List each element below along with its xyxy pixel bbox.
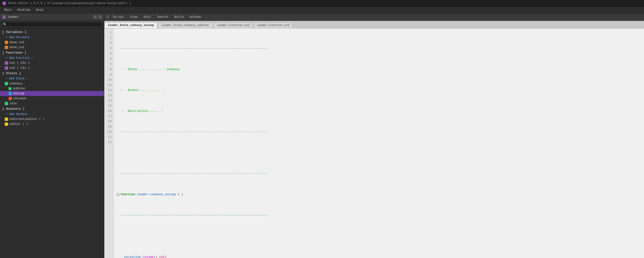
menu-desktop[interactable]: Desktop bbox=[15, 7, 33, 12]
tabs-bar: loader_State_coheavy_onLoop loader_State… bbox=[104, 21, 644, 28]
tab-co1[interactable]: loader_Function_co1 bbox=[254, 22, 293, 28]
code-line-11: coroutine.resume(t_co1) bbox=[116, 254, 641, 258]
coheavy-label: coheavy bbox=[10, 82, 22, 85]
idle-label: idle bbox=[10, 102, 17, 105]
title-bar: ShiVa Editor 1.9.2.0 [ D:\luacpp\libluae… bbox=[0, 0, 644, 7]
title-text: ShiVa Editor 1.9.2.0 [ D:\luacpp\libluae… bbox=[8, 2, 131, 5]
add-handler-button[interactable]: + Add Handler... bbox=[0, 112, 104, 116]
add-function-button[interactable]: + Add Function... bbox=[0, 56, 104, 60]
state-icon-coheavy bbox=[5, 82, 8, 85]
line-1: 1 bbox=[106, 30, 112, 36]
left-toolbar-title: loader bbox=[8, 15, 92, 19]
svg-point-0 bbox=[3, 16, 5, 18]
tree-item-co2[interactable]: co2 ( nIn ) bbox=[0, 66, 104, 70]
code-line-11-text: coroutine.resume(t_co1) bbox=[116, 254, 167, 258]
add-state-button[interactable]: + Add State... bbox=[0, 76, 104, 81]
menu-help[interactable]: Help bbox=[34, 7, 46, 12]
line-14: 14 bbox=[106, 98, 112, 103]
main-layout: loader — □ 🔍 [ Variables ] + Add Variabl… bbox=[0, 13, 644, 258]
code-line-8: − function loader.coheavy_onLoop ( ) bbox=[116, 192, 641, 197]
functions-section[interactable]: [ Functions ] bbox=[0, 50, 104, 56]
tree-item-onenter[interactable]: onEnter bbox=[0, 86, 104, 91]
line-19: 19 bbox=[106, 124, 112, 129]
line-16: 16 bbox=[106, 108, 112, 114]
line-20: 20 bbox=[106, 129, 112, 134]
menu-build[interactable]: Build bbox=[172, 14, 186, 20]
tree-panel: [ Variables ] + Add Variable... done_co1… bbox=[0, 28, 104, 258]
handlers-section[interactable]: [ Handlers ] bbox=[0, 106, 104, 112]
left-toolbar: loader — □ bbox=[0, 13, 104, 21]
line-15: 15 bbox=[106, 103, 112, 108]
line-22: 22 bbox=[106, 140, 112, 145]
handler-icon-oncoroutineinit bbox=[5, 118, 8, 121]
line-4: 4 bbox=[106, 46, 112, 51]
menu-main[interactable]: Main bbox=[2, 7, 14, 12]
tree-item-co1[interactable]: co1 ( nIn ) bbox=[0, 60, 104, 66]
line-18: 18 bbox=[106, 119, 112, 124]
line-12: 12 bbox=[106, 88, 112, 93]
left-toolbar-icon[interactable] bbox=[2, 15, 6, 19]
onenter-label: onEnter bbox=[13, 87, 26, 90]
tree-item-oninit[interactable]: onInit ( ) bbox=[0, 122, 104, 126]
line-17: 17 bbox=[106, 114, 112, 119]
left-toolbar-maximize[interactable]: □ bbox=[98, 15, 102, 19]
right-toolbar: Script View Edit Search Build Window bbox=[104, 13, 644, 21]
function-icon-co2 bbox=[5, 66, 8, 70]
menu-script[interactable]: Script bbox=[110, 14, 126, 20]
search-bar: 🔍 bbox=[0, 21, 104, 28]
variable-icon-done-co2 bbox=[5, 46, 8, 49]
menu-view[interactable]: View bbox=[128, 14, 140, 20]
line-2: 2 bbox=[106, 36, 112, 41]
line-6: 6 bbox=[106, 56, 112, 62]
variable-icon-done-co1 bbox=[5, 41, 8, 44]
search-input[interactable] bbox=[2, 22, 102, 27]
onleave-icon bbox=[8, 97, 12, 100]
function-icon-co1 bbox=[5, 61, 8, 65]
code-line-7-text: ----------------------------------------… bbox=[116, 171, 268, 176]
states-section[interactable]: [ States ] bbox=[0, 70, 104, 76]
tree-item-onleave[interactable]: onLeave bbox=[0, 96, 104, 101]
code-line-2-text: -- State............. : coheavy bbox=[116, 67, 180, 72]
onenter-icon bbox=[8, 87, 12, 90]
fold-btn-8[interactable]: − bbox=[116, 193, 120, 196]
menu-window[interactable]: Window bbox=[188, 14, 203, 20]
handler-icon-oninit bbox=[5, 122, 8, 126]
line-numbers: 1 2 3 4 5 6 7 8 9 10 11 12 13 14 15 16 1… bbox=[104, 28, 114, 258]
left-toolbar-minimize[interactable]: — bbox=[93, 15, 97, 19]
tree-item-coheavy[interactable]: coheavy bbox=[0, 81, 104, 86]
code-area: 1 2 3 4 5 6 7 8 9 10 11 12 13 14 15 16 1… bbox=[104, 28, 644, 258]
code-line-3-text: -- Author............ : bbox=[116, 88, 165, 93]
tree-item-oncoroutineinit[interactable]: onCoroutineInit ( ) bbox=[0, 116, 104, 122]
line-11: 11 bbox=[106, 82, 112, 88]
menu-search[interactable]: Search bbox=[155, 14, 171, 20]
code-line-4: -- Description...... : bbox=[116, 108, 641, 114]
app-icon bbox=[2, 2, 6, 5]
tab-co2[interactable]: loader_Function_co2 bbox=[213, 22, 253, 28]
tree-item-done-co1[interactable]: done_co1 bbox=[0, 40, 104, 45]
variables-section[interactable]: [ Variables ] bbox=[0, 29, 104, 35]
code-content[interactable]: ----------------------------------------… bbox=[114, 28, 644, 258]
co1-label: co1 ( nIn ) bbox=[10, 61, 30, 65]
tree-item-idle[interactable]: idle bbox=[0, 101, 104, 106]
right-toolbar-icon[interactable] bbox=[106, 15, 109, 19]
kw-function: function bbox=[120, 192, 135, 197]
onloop-label: onLoop bbox=[13, 92, 24, 95]
line-10: 10 bbox=[106, 77, 112, 82]
tab-onloop[interactable]: loader_State_coheavy_onLoop bbox=[104, 22, 158, 28]
state-icon-idle bbox=[5, 102, 8, 105]
onloop-icon bbox=[8, 92, 12, 95]
tree-item-done-co2[interactable]: done_co2 bbox=[0, 45, 104, 50]
svg-rect-1 bbox=[106, 15, 109, 18]
line-9: 9 bbox=[106, 72, 112, 77]
onleave-label: onLeave bbox=[13, 97, 26, 100]
line-3: 3 bbox=[106, 41, 112, 46]
add-variable-button[interactable]: + Add Variable... bbox=[0, 35, 104, 40]
code-line-6 bbox=[116, 150, 641, 156]
tab-onenter[interactable]: loader_State_coheavy_onEnter bbox=[158, 22, 213, 28]
menu-edit[interactable]: Edit bbox=[141, 14, 153, 20]
line-13: 13 bbox=[106, 93, 112, 98]
menu-bar: Main Desktop Help bbox=[0, 7, 644, 13]
code-line-10 bbox=[116, 234, 641, 239]
tree-item-onloop[interactable]: onLoop bbox=[0, 91, 104, 96]
right-panel: Script View Edit Search Build Window loa… bbox=[104, 13, 644, 258]
